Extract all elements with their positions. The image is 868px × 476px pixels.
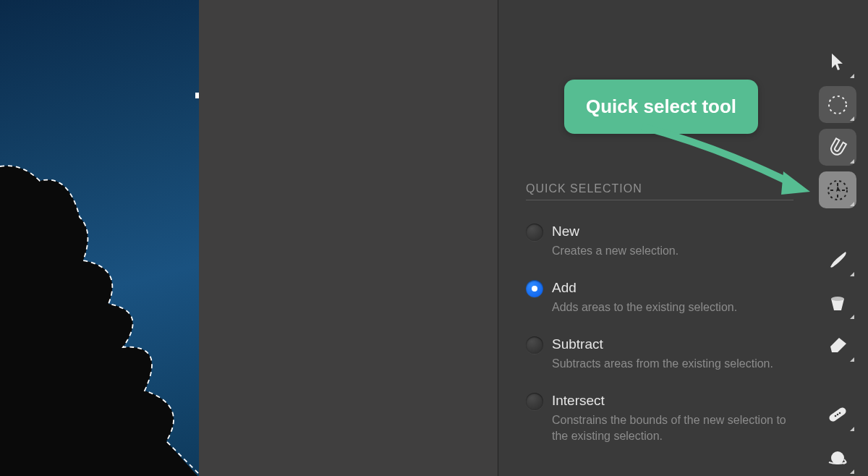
svg-point-4 <box>834 415 836 417</box>
option-new-title: New <box>552 223 793 240</box>
selection-marching-ants-icon <box>0 0 199 476</box>
sphere-rotate-icon <box>826 446 849 469</box>
selection-mode-options: New Creates a new selection. Add Adds ar… <box>526 223 793 464</box>
option-subtract[interactable]: Subtract Subtracts areas from the existi… <box>526 336 793 372</box>
tool-rotate[interactable] <box>819 439 856 476</box>
tool-brush[interactable] <box>819 242 856 279</box>
canvas[interactable] <box>0 0 199 476</box>
option-intersect-title: Intersect <box>552 392 793 409</box>
svg-point-0 <box>829 96 846 114</box>
option-subtract-title: Subtract <box>552 336 793 353</box>
radio-subtract[interactable] <box>526 336 543 354</box>
option-subtract-desc: Subtracts areas from the existing select… <box>552 356 793 372</box>
svg-point-2 <box>831 297 844 301</box>
tool-eraser[interactable] <box>819 327 856 364</box>
option-intersect[interactable]: Intersect Constrains the bounds of the n… <box>526 392 793 444</box>
option-add-title: Add <box>552 279 793 297</box>
flyout-indicator-icon <box>850 202 854 206</box>
flyout-indicator-icon <box>850 427 854 431</box>
radio-intersect[interactable] <box>526 393 543 410</box>
magnet-icon <box>826 136 849 159</box>
tool-fill[interactable] <box>819 284 856 321</box>
arrow-cursor-icon <box>829 52 846 72</box>
tool-quick-select[interactable] <box>819 171 856 208</box>
option-new[interactable]: New Creates a new selection. <box>526 223 793 259</box>
svg-point-5 <box>838 412 841 415</box>
flyout-indicator-icon <box>850 159 854 163</box>
flyout-indicator-icon <box>850 357 854 362</box>
tool-magnetic-lasso[interactable] <box>819 129 856 166</box>
quick-select-icon <box>825 177 851 203</box>
flyout-indicator-icon <box>850 74 854 78</box>
radio-add[interactable] <box>526 280 543 297</box>
tool-move[interactable] <box>819 43 856 80</box>
canvas-gray-area <box>199 0 498 476</box>
svg-point-7 <box>831 451 844 464</box>
bucket-icon <box>827 292 848 313</box>
option-add[interactable]: Add Adds areas to the existing selection… <box>526 279 793 315</box>
option-new-desc: Creates a new selection. <box>552 243 793 259</box>
option-add-desc: Adds areas to the existing selection. <box>552 299 793 315</box>
flyout-indicator-icon <box>850 272 854 276</box>
flyout-indicator-icon <box>850 116 854 121</box>
toolbar <box>807 0 868 476</box>
option-intersect-desc: Constrains the bounds of the new selecti… <box>552 412 793 444</box>
marquee-ellipse-icon <box>825 93 850 117</box>
flyout-indicator-icon <box>850 315 854 319</box>
flyout-indicator-icon <box>850 469 854 474</box>
svg-point-6 <box>836 414 838 416</box>
brush-icon <box>826 248 849 271</box>
eraser-icon <box>826 335 849 355</box>
radio-new[interactable] <box>526 224 543 241</box>
callout-arrow-icon <box>635 119 823 213</box>
tool-heal[interactable] <box>819 396 856 433</box>
properties-panel: QUICK SELECTION New Creates a new select… <box>498 0 807 476</box>
bandage-icon <box>825 402 850 427</box>
tool-marquee[interactable] <box>819 86 856 123</box>
